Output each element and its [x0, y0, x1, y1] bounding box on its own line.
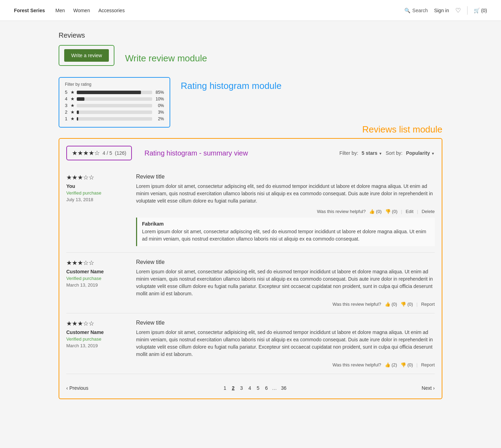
prev-label: Previous — [69, 385, 88, 391]
write-review-row: Write a review Write review module — [59, 45, 442, 71]
nav-link-women[interactable]: Women — [73, 8, 90, 13]
filter-by-value[interactable]: 5 stars ▼ — [362, 150, 382, 156]
main-content: Reviews Write a review Write review modu… — [52, 21, 449, 410]
hist-label-3: 3 — [65, 103, 68, 108]
hist-pct-1: 2% — [154, 116, 164, 121]
histogram-row: Filter by rating 5 ★ 85% 4 ★ 10% — [59, 77, 442, 128]
thumbs-up-button[interactable]: 👍 (0) — [369, 209, 382, 214]
wishlist-icon[interactable]: ♡ — [455, 7, 461, 14]
reviews-list-module: ★★★★☆ 4 / 5 (126) Rating histogram - sum… — [59, 138, 442, 399]
hist-bar-1 — [77, 117, 78, 121]
page-36[interactable]: 36 — [279, 385, 288, 392]
nav-link-accessories[interactable]: Accessories — [98, 8, 125, 13]
summary-rating-box: ★★★★☆ 4 / 5 (126) — [66, 146, 132, 160]
page-5[interactable]: 5 — [255, 385, 261, 392]
hist-bar-container-1 — [77, 117, 152, 121]
hist-pct-3: 0% — [154, 103, 164, 108]
summary-row: ★★★★☆ 4 / 5 (126) Rating histogram - sum… — [66, 146, 435, 160]
review-stars: ★★★☆☆ — [66, 320, 126, 327]
histogram-row-5: 5 ★ 85% — [65, 90, 164, 95]
navbar: Forest Series Men Women Accessories 🔍 Se… — [0, 0, 501, 21]
reviews-list-module-label: Reviews list module — [362, 124, 442, 135]
pagination-pages: 1 2 3 4 5 6 … 36 — [222, 385, 288, 392]
hist-pct-2: 3% — [154, 110, 164, 115]
review-body: Lorem ipsum dolor sit amet, consectetur … — [136, 183, 435, 205]
cart-button[interactable]: 🛒 (0) — [474, 8, 487, 13]
review-body: Lorem ipsum dolor sit amet, consectetur … — [136, 268, 435, 297]
thumbs-up-button[interactable]: 👍 (2) — [385, 362, 397, 367]
pagination: ‹ Previous 1 2 3 4 5 6 … 36 Next › — [66, 381, 435, 392]
hist-star-icon-2: ★ — [70, 109, 75, 115]
helpful-label: Was this review helpful? — [332, 362, 381, 367]
thumbs-up-button[interactable]: 👍 (0) — [385, 302, 397, 307]
hist-pct-5: 85% — [154, 90, 164, 95]
signin-button[interactable]: Sign in — [434, 8, 449, 13]
verified-badge: Verified purchase — [66, 276, 126, 281]
review-author: Customer Name — [66, 269, 126, 274]
review-author: Customer Name — [66, 329, 126, 335]
search-icon: 🔍 — [404, 8, 410, 13]
summary-stars: ★★★★☆ — [72, 149, 100, 157]
pagination-prev-button[interactable]: ‹ Previous — [66, 385, 88, 391]
review-layout: ★★★☆☆ Customer Name Verified purchase Ma… — [66, 259, 435, 307]
hist-star-icon-4: ★ — [70, 96, 75, 101]
page-2[interactable]: 2 — [230, 385, 236, 392]
hist-star-icon-5: ★ — [70, 90, 75, 95]
nav-divider — [467, 6, 468, 15]
vendor-response: Fabrikam Lorem ipsum dolor sit amet, con… — [136, 218, 435, 246]
report-link[interactable]: Report — [421, 362, 435, 367]
review-body: Lorem ipsum dolor sit amet, consectetur … — [136, 329, 435, 358]
hist-star-icon-1: ★ — [70, 116, 75, 121]
summary-module-label: Rating histogram - summary view — [144, 149, 248, 157]
review-meta: ★★★☆☆ Customer Name Verified purchase Ma… — [66, 320, 126, 367]
hist-bar-container-5 — [77, 91, 152, 94]
hist-bar-container-4 — [77, 97, 152, 101]
summary-filter-sort: Filter by: 5 stars ▼ Sort by: Popularity… — [339, 150, 435, 156]
histogram-title: Filter by rating — [65, 82, 164, 87]
review-layout: ★★★☆☆ Customer Name Verified purchase Ma… — [66, 320, 435, 367]
chevron-right-icon: › — [433, 385, 435, 391]
hist-label-5: 5 — [65, 90, 68, 95]
search-button[interactable]: 🔍 Search — [404, 8, 428, 13]
hist-label-2: 2 — [65, 109, 68, 115]
page-1[interactable]: 1 — [222, 385, 228, 392]
write-review-button[interactable]: Write a review — [64, 49, 109, 62]
hist-bar-container-2 — [77, 111, 152, 114]
helpful-label: Was this review helpful? — [332, 302, 381, 307]
helpful-label: Was this review helpful? — [317, 209, 366, 214]
pagination-next-button[interactable]: Next › — [422, 385, 435, 391]
page-4[interactable]: 4 — [247, 385, 253, 392]
nav-links: Men Women Accessories — [55, 8, 125, 13]
vendor-name: Fabrikam — [142, 221, 430, 227]
nav-link-men[interactable]: Men — [55, 8, 65, 13]
report-link[interactable]: Report — [421, 302, 435, 307]
review-actions: Was this review helpful? 👍 (0) 👎 (0) | R… — [136, 302, 435, 307]
reviews-heading: Reviews — [59, 31, 442, 39]
thumbs-down-button[interactable]: 👎 (0) — [401, 302, 413, 307]
nav-right: 🔍 Search Sign in ♡ 🛒 (0) — [404, 6, 487, 15]
hist-star-icon-3: ★ — [70, 103, 75, 108]
search-label: Search — [412, 8, 428, 13]
verified-badge: Verified purchase — [66, 190, 126, 196]
hist-bar-2 — [77, 111, 79, 114]
reviews-list-wrapper: Reviews list module ★★★★☆ 4 / 5 (126) Ra… — [59, 138, 442, 399]
review-stars: ★★★☆☆ — [66, 174, 126, 181]
review-title: Review title — [136, 174, 435, 180]
review-content: Review title Lorem ipsum dolor sit amet,… — [136, 174, 435, 246]
write-review-module: Write a review — [59, 45, 114, 66]
summary-count: (126) — [115, 150, 126, 156]
summary-score: 4 / 5 — [103, 150, 112, 156]
delete-link[interactable]: Delete — [421, 209, 435, 214]
thumbs-down-button[interactable]: 👎 (0) — [401, 362, 413, 367]
page-3[interactable]: 3 — [239, 385, 244, 392]
nav-brand: Forest Series — [14, 8, 45, 13]
sort-by-value[interactable]: Popularity ▼ — [406, 150, 435, 156]
chevron-left-icon: ‹ — [66, 385, 68, 391]
action-divider: | — [401, 209, 402, 214]
edit-link[interactable]: Edit — [406, 209, 413, 214]
review-content: Review title Lorem ipsum dolor sit amet,… — [136, 320, 435, 367]
page-6[interactable]: 6 — [264, 385, 269, 392]
review-meta: ★★★☆☆ You Verified purchase July 13, 201… — [66, 174, 126, 246]
thumbs-down-button[interactable]: 👎 (0) — [385, 209, 398, 214]
review-title: Review title — [136, 320, 435, 326]
